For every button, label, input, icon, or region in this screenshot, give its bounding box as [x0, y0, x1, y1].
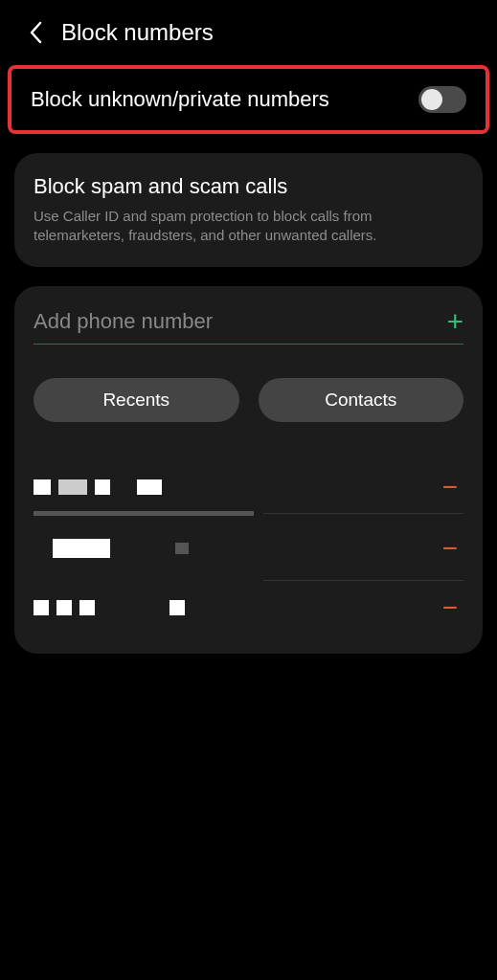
add-number-card: + Recents Contacts − − [14, 286, 483, 654]
back-icon[interactable] [24, 21, 47, 44]
blocked-list-item: − [34, 581, 463, 644]
header: Block numbers [0, 0, 497, 65]
spam-card-title: Block spam and scam calls [34, 174, 463, 199]
block-unknown-toggle[interactable] [418, 86, 466, 113]
redacted-number [34, 479, 162, 495]
page-title: Block numbers [61, 19, 214, 46]
blocked-list-item: − [34, 514, 463, 581]
redacted-number [34, 600, 185, 615]
remove-icon[interactable]: − [437, 474, 463, 501]
blocked-list-item: − [34, 460, 463, 514]
block-unknown-row[interactable]: Block unknown/private numbers [26, 80, 471, 119]
highlight-annotation: Block unknown/private numbers [8, 65, 489, 134]
source-buttons-row: Recents Contacts [34, 378, 463, 422]
remove-icon[interactable]: − [437, 535, 463, 562]
add-icon[interactable]: + [446, 307, 463, 336]
add-phone-row: + [34, 307, 463, 345]
spam-card[interactable]: Block spam and scam calls Use Caller ID … [14, 153, 483, 267]
toggle-knob [421, 89, 442, 110]
contacts-button[interactable]: Contacts [259, 378, 464, 422]
recents-button[interactable]: Recents [34, 378, 239, 422]
remove-icon[interactable]: − [437, 594, 463, 621]
redacted-content [34, 539, 189, 558]
redacted-number [53, 539, 189, 558]
block-unknown-label: Block unknown/private numbers [31, 87, 329, 112]
add-phone-input[interactable] [34, 309, 446, 334]
spam-card-description: Use Caller ID and spam protection to blo… [34, 207, 463, 246]
